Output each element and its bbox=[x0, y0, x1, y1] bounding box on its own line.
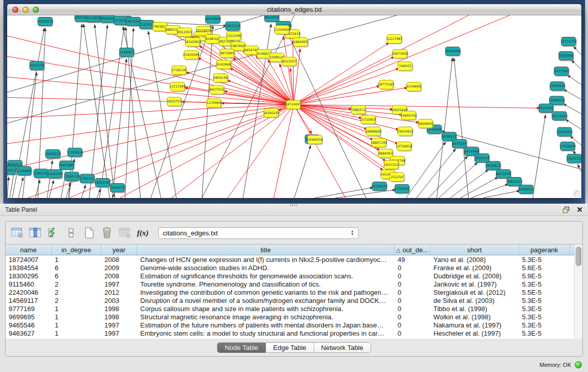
graph-node[interactable]: 13505135 bbox=[63, 172, 80, 182]
table-row[interactable]: 946554611997Estimation of the future num… bbox=[6, 321, 574, 329]
graph-node[interactable]: 15751074 bbox=[560, 37, 577, 47]
select-columns-icon[interactable] bbox=[47, 226, 60, 239]
graph-node[interactable]: 8427552 bbox=[210, 85, 225, 95]
graph-node[interactable]: 1156869 bbox=[17, 166, 32, 176]
table-row[interactable]: 969969511998Structural magnetic resonanc… bbox=[6, 313, 574, 321]
graph-node[interactable]: 9242848 bbox=[216, 60, 232, 70]
graph-node[interactable]: 19654923 bbox=[397, 127, 413, 137]
graph-node[interactable]: 1733426 bbox=[395, 184, 410, 194]
graph-node[interactable]: 12217987 bbox=[386, 35, 402, 45]
graph-node[interactable]: 8522057 bbox=[282, 57, 297, 67]
column-header-name[interactable]: name bbox=[6, 245, 52, 255]
column-header-pagerank[interactable]: pagerank bbox=[519, 245, 570, 255]
tab-node-table[interactable]: Node Table bbox=[217, 343, 266, 353]
graph-node[interactable]: 18807249 bbox=[371, 138, 387, 148]
close-window-button[interactable] bbox=[12, 7, 18, 13]
graph-node[interactable]: 18724007 bbox=[285, 100, 301, 110]
graph-node[interactable]: 19495754 bbox=[400, 111, 417, 121]
table-settings-icon[interactable] bbox=[11, 226, 24, 239]
graph-node[interactable]: 16033809 bbox=[205, 15, 221, 25]
tab-edge-table[interactable]: Edge Table bbox=[266, 343, 314, 353]
minimize-window-button[interactable] bbox=[23, 7, 29, 13]
graph-node[interactable]: 1795722 bbox=[80, 174, 95, 184]
graph-node[interactable]: 12942757 bbox=[33, 169, 49, 179]
graph-node[interactable]: 8215958 bbox=[539, 104, 554, 114]
graph-node[interactable]: 17359924 bbox=[67, 148, 83, 158]
tab-network-table[interactable]: Network Table bbox=[314, 343, 371, 353]
graph-node[interactable]: 9154695 bbox=[406, 82, 422, 92]
graph-node[interactable]: 10688609 bbox=[365, 127, 381, 137]
table-row[interactable]: 1830029562008Estimation of significance … bbox=[6, 272, 574, 280]
graph-node[interactable]: 252254 bbox=[389, 172, 405, 182]
graph-node[interactable]: 1864093 bbox=[293, 38, 309, 48]
graph-node[interactable]: 19975887 bbox=[58, 161, 75, 170]
graph-node[interactable]: 11254408 bbox=[274, 26, 290, 35]
graph-node[interactable]: 1615152 bbox=[384, 160, 399, 170]
graph-node[interactable]: 19958187 bbox=[94, 178, 111, 188]
graph-node[interactable]: 1170064 bbox=[207, 99, 222, 108]
zoom-window-button[interactable] bbox=[33, 7, 39, 13]
graph-node[interactable]: 748503 bbox=[398, 62, 413, 72]
graph-node[interactable]: 22420046 bbox=[183, 51, 200, 60]
graph-node[interactable]: 16648784 bbox=[445, 47, 461, 57]
graph-node[interactable]: 2055130 bbox=[30, 61, 45, 71]
graph-node[interactable]: 20206576 bbox=[45, 149, 61, 159]
graph-node[interactable]: 9329966 bbox=[559, 52, 574, 61]
table-row[interactable]: 1872400712008Changes of HCN gene express… bbox=[6, 255, 574, 264]
graph-node[interactable]: 12213369 bbox=[169, 82, 186, 92]
graph-node[interactable]: 18300295 bbox=[263, 108, 279, 118]
graph-node[interactable]: 9245652 bbox=[519, 185, 534, 194]
delete-column-icon[interactable] bbox=[100, 226, 114, 239]
graph-node[interactable]: 9875685 bbox=[220, 49, 235, 59]
graph-node[interactable]: 14035574 bbox=[37, 17, 53, 27]
table-row[interactable]: 1938455462009Genome-wide association stu… bbox=[6, 264, 574, 272]
graph-node[interactable]: 15720407 bbox=[360, 115, 376, 125]
close-panel-icon[interactable]: ✕ bbox=[576, 206, 583, 213]
new-column-icon[interactable] bbox=[82, 226, 96, 239]
graph-node[interactable]: 9899695 bbox=[418, 119, 433, 129]
graph-node[interactable]: 9227343 bbox=[554, 67, 570, 77]
graph-node[interactable]: 1322546 bbox=[227, 32, 242, 41]
column-header-out_de[interactable]: △out_de... bbox=[395, 245, 430, 255]
float-panel-icon[interactable] bbox=[562, 206, 570, 213]
graph-node[interactable]: 17016504 bbox=[559, 142, 576, 151]
graph-node[interactable]: 7857223 bbox=[226, 22, 241, 32]
graph-node[interactable]: 1678275 bbox=[110, 183, 125, 193]
window-resize-grip[interactable] bbox=[573, 190, 580, 197]
column-chooser-icon[interactable] bbox=[29, 226, 42, 239]
window-titlebar[interactable]: citations_edges.txt bbox=[7, 4, 581, 15]
table-row[interactable]: 1456911722003Disruption of a novel membe… bbox=[6, 296, 574, 304]
column-header-title[interactable]: title bbox=[137, 245, 395, 255]
table-row[interactable]: 977716911998Corpus callosum shape and si… bbox=[6, 304, 574, 313]
graph-node[interactable]: 1116427 bbox=[119, 48, 135, 58]
graph-node[interactable]: 19384554 bbox=[307, 135, 323, 145]
column-header-short[interactable]: short bbox=[430, 245, 519, 255]
row-options-icon[interactable] bbox=[64, 226, 78, 239]
column-header-year[interactable]: year bbox=[101, 245, 137, 255]
graph-node[interactable]: 15692951 bbox=[556, 127, 573, 137]
graph-node[interactable]: 18775165 bbox=[378, 80, 394, 90]
delete-table-disabled-icon[interactable] bbox=[118, 226, 132, 239]
graph-node[interactable]: 2718126 bbox=[172, 66, 187, 76]
scrollbar-thumb[interactable] bbox=[576, 247, 581, 266]
table-row[interactable]: 946362711997Embryonic stem cells: a mode… bbox=[6, 329, 574, 337]
table-selector-dropdown[interactable]: citations_edges.txt▲▼ bbox=[158, 227, 359, 239]
vertical-scrollbar[interactable] bbox=[574, 245, 582, 339]
graph-node[interactable]: 10756928 bbox=[396, 142, 412, 151]
network-canvas[interactable]: 1403557420691406106532871527602646610010… bbox=[7, 15, 581, 198]
graph-node[interactable]: 7986372 bbox=[351, 105, 366, 115]
table-row[interactable]: 911546021997Tourette syndrome. Phenomeno… bbox=[6, 280, 574, 288]
graph-node[interactable]: 3915911 bbox=[7, 166, 17, 176]
graph-node[interactable]: 11675311 bbox=[566, 154, 581, 164]
graph-node[interactable]: 1145194 bbox=[48, 169, 63, 179]
panel-divider-grip[interactable] bbox=[290, 204, 298, 206]
graph-node[interactable]: 1527602 bbox=[86, 15, 101, 24]
column-header-in_degree[interactable]: in_degree bbox=[52, 245, 101, 255]
function-builder-icon[interactable]: f(x) bbox=[136, 226, 149, 239]
graph-node[interactable]: 16543952 bbox=[185, 38, 201, 48]
graph-node[interactable]: 8912953 bbox=[178, 28, 193, 38]
graph-node[interactable]: 10973493 bbox=[391, 50, 408, 59]
graph-node[interactable]: 16136141 bbox=[371, 182, 387, 191]
graph-node[interactable]: 1810755 bbox=[167, 97, 183, 107]
table-row[interactable]: 2242004622012Investigating the contribut… bbox=[6, 288, 574, 296]
